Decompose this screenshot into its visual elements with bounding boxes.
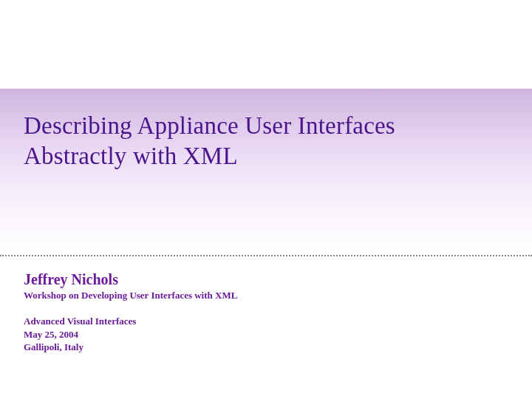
dotted-divider bbox=[0, 255, 532, 256]
slide-title: Describing Appliance User Interfaces Abs… bbox=[24, 111, 502, 172]
author-block: Jeffrey Nichols Workshop on Developing U… bbox=[24, 271, 237, 354]
venue-info: Advanced Visual Interfaces May 25, 2004 … bbox=[24, 315, 237, 354]
venue-name: Advanced Visual Interfaces bbox=[24, 315, 237, 328]
presentation-slide: Describing Appliance User Interfaces Abs… bbox=[0, 0, 532, 399]
author-name: Jeffrey Nichols bbox=[24, 271, 237, 288]
workshop-name: Workshop on Developing User Interfaces w… bbox=[24, 290, 237, 301]
venue-date: May 25, 2004 bbox=[24, 328, 237, 341]
venue-location: Gallipoli, Italy bbox=[24, 341, 237, 354]
